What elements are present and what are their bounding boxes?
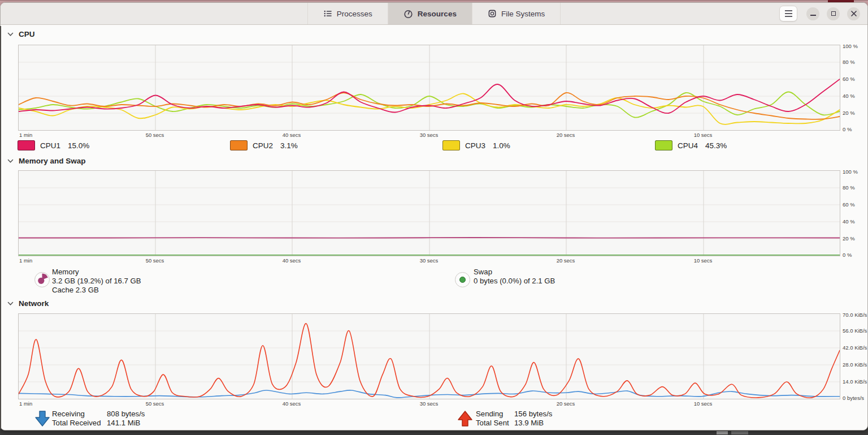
cpu-chart-canvas xyxy=(19,45,840,130)
x-tick: 20 secs xyxy=(557,400,575,407)
cpu1-legend-item: CPU1 15.0% xyxy=(18,140,89,150)
x-tick: 1 min xyxy=(19,400,32,407)
network-section-header: Network xyxy=(7,299,49,308)
network-chart-canvas xyxy=(19,314,840,399)
y-tick: 70.0 KiB/s xyxy=(843,311,867,317)
x-tick: 30 secs xyxy=(420,257,439,264)
cpu3-label: CPU3 xyxy=(465,141,492,150)
tab-file-systems[interactable]: File Systems xyxy=(472,3,561,24)
tab-label: Resources xyxy=(418,10,457,18)
x-tick: 40 secs xyxy=(283,257,301,264)
view-switcher: Processes Resources File Systems xyxy=(307,3,561,24)
chevron-down-icon[interactable] xyxy=(7,32,14,37)
x-tick: 40 secs xyxy=(283,132,301,138)
sending-up-arrow-icon xyxy=(458,410,472,427)
total-sent-label: Total Sent xyxy=(476,419,514,428)
receiving-rate: 808 bytes/s xyxy=(107,410,145,419)
primary-menu-button[interactable] xyxy=(779,6,797,21)
hamburger-menu-icon xyxy=(785,10,792,16)
chevron-down-icon[interactable] xyxy=(7,302,14,306)
cpu-chart xyxy=(18,45,840,131)
memory-legend-text: Memory 3.2 GB (19.2%) of 16.7 GB Cache 2… xyxy=(52,268,141,294)
receiving-down-arrow-icon xyxy=(35,410,50,427)
x-tick: 10 secs xyxy=(694,400,713,407)
section-title: CPU xyxy=(19,30,35,38)
cpu1-color-swatch[interactable] xyxy=(18,140,35,150)
section-title: Memory and Swap xyxy=(19,157,86,165)
tab-processes[interactable]: Processes xyxy=(307,3,388,24)
background-mark xyxy=(731,431,748,434)
cpu2-label: CPU2 xyxy=(253,141,280,150)
memory-pie-icon xyxy=(34,272,50,288)
cpu-legend: CPU1 15.0% CPU2 3.1% CPU3 1.0% CPU4 45.3… xyxy=(1,140,867,154)
y-tick: 60 % xyxy=(843,201,855,208)
receiving-legend-text: Receiving 808 bytes/s Total Received 141… xyxy=(52,410,145,428)
network-y-axis-labels: 70.0 KiB/s 56.0 KiB/s 42.0 KiB/s 28.0 Ki… xyxy=(843,313,868,398)
y-tick: 20 % xyxy=(843,235,855,242)
y-tick: 56.0 KiB/s xyxy=(843,328,867,334)
y-tick: 28.0 KiB/s xyxy=(843,361,867,368)
x-tick: 20 secs xyxy=(557,132,575,138)
y-tick: 14.0 KiB/s xyxy=(843,378,867,385)
chevron-down-icon[interactable] xyxy=(7,159,14,163)
processes-list-icon xyxy=(323,9,332,18)
y-tick: 42.0 KiB/s xyxy=(843,344,867,351)
cpu2-value: 3.1% xyxy=(280,141,298,150)
cpu3-color-swatch[interactable] xyxy=(442,140,460,150)
maximize-icon xyxy=(831,11,836,16)
y-tick: 100 % xyxy=(843,42,858,49)
y-tick: 80 % xyxy=(843,59,855,65)
x-tick: 10 secs xyxy=(694,257,713,264)
x-tick: 50 secs xyxy=(146,132,164,138)
titlebar: Processes Resources File Systems xyxy=(1,3,867,25)
y-tick: 0 % xyxy=(843,251,852,257)
cpu1-value: 15.0% xyxy=(68,141,89,150)
network-legend: Receiving 808 bytes/s Total Received 141… xyxy=(1,409,867,430)
tab-label: File Systems xyxy=(501,10,545,18)
x-tick: 1 min xyxy=(19,132,32,138)
network-x-axis-labels: 1 min 50 secs 40 secs 30 secs 20 secs 10… xyxy=(18,399,839,406)
y-tick: 20 % xyxy=(843,110,855,116)
speedometer-icon xyxy=(403,9,413,19)
total-received-label: Total Received xyxy=(52,419,107,428)
y-tick: 40 % xyxy=(843,218,855,225)
x-tick: 40 secs xyxy=(283,400,301,407)
total-received-value: 141.1 MiB xyxy=(107,419,140,428)
cpu4-legend-item: CPU4 45.3% xyxy=(655,140,727,150)
resources-view: CPU 100 % 80 % 60 % 40 % 20 % 0 % 1 min … xyxy=(1,25,867,430)
swap-pie-icon xyxy=(454,272,471,288)
cpu2-color-swatch[interactable] xyxy=(230,140,248,150)
section-title: Network xyxy=(19,299,49,308)
x-tick: 30 secs xyxy=(420,132,439,138)
background-mark xyxy=(717,431,728,434)
window-controls xyxy=(779,3,860,24)
cpu4-color-swatch[interactable] xyxy=(655,140,672,150)
close-button[interactable] xyxy=(847,7,860,20)
sending-legend-text: Sending 156 bytes/s Total Sent 13.9 MiB xyxy=(476,410,552,428)
background-window-edge xyxy=(0,26,1,429)
swap-value: 0 bytes (0.0%) of 2.1 GB xyxy=(474,277,555,286)
swap-label: Swap xyxy=(474,268,555,277)
close-icon xyxy=(850,10,857,17)
sending-label: Sending xyxy=(476,410,514,419)
cpu2-legend-item: CPU2 3.1% xyxy=(230,140,298,150)
total-sent-value: 13.9 MiB xyxy=(514,419,544,428)
x-tick: 20 secs xyxy=(557,257,575,264)
memory-section-header: Memory and Swap xyxy=(7,157,86,165)
tab-label: Processes xyxy=(337,10,372,18)
memory-swap-legend: Memory 3.2 GB (19.2%) of 16.7 GB Cache 2… xyxy=(1,266,867,296)
x-tick: 50 secs xyxy=(146,400,164,407)
x-tick: 30 secs xyxy=(420,400,439,407)
memory-cache-value: Cache 2.3 GB xyxy=(52,286,141,295)
y-tick: 60 % xyxy=(843,76,855,82)
minimize-button[interactable] xyxy=(806,7,819,20)
x-tick: 50 secs xyxy=(146,257,164,264)
cpu-x-axis-labels: 1 min 50 secs 40 secs 30 secs 20 secs 10… xyxy=(18,130,839,137)
network-chart xyxy=(18,313,840,399)
maximize-button[interactable] xyxy=(827,7,840,20)
memory-chart-canvas xyxy=(19,171,840,256)
disk-icon xyxy=(488,9,497,18)
tab-resources[interactable]: Resources xyxy=(388,3,472,24)
cpu-section-header: CPU xyxy=(7,30,35,38)
system-monitor-window: Processes Resources File Systems xyxy=(0,2,868,430)
